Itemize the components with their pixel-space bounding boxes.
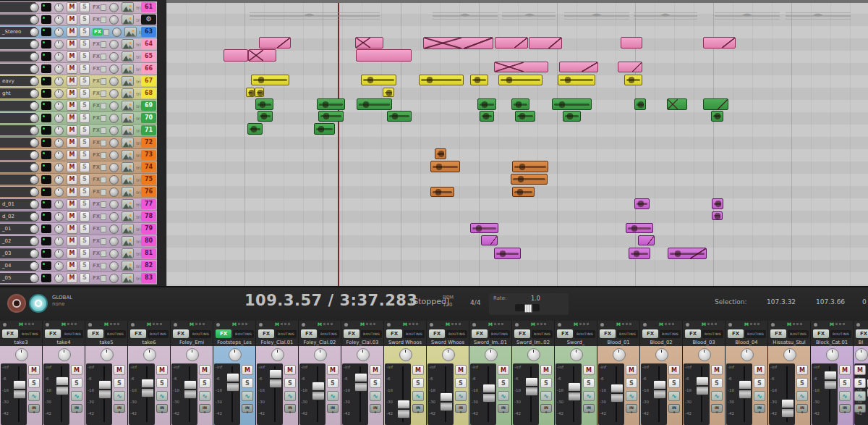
global-automation-label[interactable]: GLOBAL none bbox=[52, 295, 72, 308]
track-row-66[interactable]: MSFXtrim66 bbox=[0, 63, 157, 75]
fx-button[interactable]: FX bbox=[93, 28, 109, 35]
envelope-button[interactable]: ∿ bbox=[284, 391, 296, 401]
media-item[interactable] bbox=[423, 37, 493, 49]
envelope-button[interactable]: ∿ bbox=[668, 391, 680, 401]
fx-button[interactable]: FX bbox=[93, 4, 106, 11]
fx-button[interactable]: FX bbox=[93, 78, 106, 85]
track-row-80[interactable]: _02MSFXtrim80 bbox=[0, 235, 157, 248]
mute-button[interactable]: M bbox=[67, 273, 77, 283]
pan-knob[interactable] bbox=[783, 348, 796, 361]
media-item[interactable] bbox=[419, 75, 464, 85]
track-number-badge[interactable]: 74 bbox=[141, 162, 156, 172]
media-item[interactable] bbox=[387, 111, 412, 122]
track-number-badge[interactable]: 71 bbox=[141, 125, 156, 135]
media-item[interactable] bbox=[248, 49, 276, 62]
solo-button[interactable]: S bbox=[242, 378, 253, 388]
phase-dot-icon[interactable] bbox=[814, 323, 817, 327]
phase-dot-icon[interactable] bbox=[728, 323, 732, 327]
ghost-waveform-item[interactable]: ◄► bbox=[715, 10, 780, 22]
fader-handle[interactable] bbox=[568, 382, 581, 401]
solo-button[interactable]: S bbox=[80, 39, 90, 49]
pan-knob[interactable] bbox=[613, 348, 626, 361]
fader-handle[interactable] bbox=[653, 380, 666, 399]
media-item[interactable] bbox=[355, 37, 383, 49]
phase-dot-icon[interactable] bbox=[302, 323, 305, 327]
phase-button[interactable] bbox=[109, 101, 119, 111]
fx-button[interactable]: FX bbox=[93, 238, 106, 245]
media-item[interactable] bbox=[621, 37, 642, 49]
automation-override-button[interactable] bbox=[7, 294, 26, 313]
fx-button[interactable]: FX bbox=[600, 329, 616, 338]
envelope-button[interactable]: ∿ bbox=[711, 391, 723, 401]
track-number-badge[interactable]: 75 bbox=[141, 174, 156, 185]
track-row-75[interactable]: MSFXtrim75 bbox=[0, 174, 157, 186]
media-item[interactable] bbox=[618, 62, 642, 72]
solo-button[interactable]: S bbox=[80, 27, 90, 37]
fx-button[interactable]: FX bbox=[93, 66, 106, 72]
phase-dot-icon[interactable] bbox=[216, 323, 220, 327]
routing-button[interactable]: ROUTING bbox=[62, 330, 83, 338]
pan-knob[interactable] bbox=[54, 64, 64, 74]
fx-enable-toggle[interactable] bbox=[101, 103, 106, 109]
envelope-icon[interactable] bbox=[122, 273, 134, 283]
media-item[interactable] bbox=[559, 62, 598, 72]
fader-handle[interactable] bbox=[440, 392, 453, 411]
solo-button[interactable]: S bbox=[80, 273, 90, 283]
pan-knob[interactable] bbox=[54, 28, 64, 37]
fx-enable-toggle[interactable] bbox=[101, 66, 106, 72]
solo-button[interactable]: S bbox=[80, 174, 90, 185]
fx-button[interactable]: FX bbox=[93, 275, 106, 282]
envelope-icon[interactable] bbox=[122, 51, 134, 62]
mute-button[interactable]: M bbox=[754, 365, 765, 375]
pan-knob[interactable] bbox=[54, 274, 64, 283]
phase-button[interactable] bbox=[109, 224, 119, 234]
solo-button[interactable]: S bbox=[498, 378, 509, 388]
envelope-icon[interactable] bbox=[122, 39, 134, 49]
volume-knob[interactable] bbox=[30, 77, 39, 86]
strip-name[interactable]: Sword Whoos bbox=[427, 339, 469, 346]
phase-dot-icon[interactable] bbox=[344, 323, 348, 327]
solo-button[interactable]: S bbox=[80, 187, 90, 197]
pan-knob[interactable] bbox=[54, 89, 64, 98]
volume-knob[interactable] bbox=[30, 249, 39, 258]
track-number-badge[interactable]: 63 bbox=[141, 27, 156, 37]
envelope-button[interactable]: ∿ bbox=[370, 391, 381, 401]
fx-button[interactable]: FX bbox=[93, 91, 106, 97]
mute-button[interactable]: M bbox=[67, 14, 77, 25]
track-number-badge[interactable]: 73 bbox=[141, 150, 156, 160]
mute-button[interactable]: M bbox=[67, 2, 77, 12]
fx-button[interactable]: FX bbox=[93, 115, 106, 122]
envelope-button[interactable]: ∿ bbox=[498, 391, 509, 401]
routing-button[interactable]: ROUTING bbox=[318, 330, 339, 338]
solo-button[interactable]: S bbox=[796, 378, 808, 388]
solo-button[interactable]: S bbox=[668, 378, 680, 388]
solo-button[interactable]: S bbox=[80, 150, 90, 160]
input-button[interactable]: IN▾ bbox=[156, 404, 168, 413]
routing-button[interactable]: ROUTING bbox=[489, 330, 510, 338]
phase-dot-icon[interactable] bbox=[558, 323, 561, 327]
solo-button[interactable]: S bbox=[80, 125, 90, 135]
fx-enable-toggle[interactable] bbox=[101, 164, 106, 171]
mute-button[interactable]: M bbox=[327, 365, 339, 375]
rate-slider[interactable] bbox=[515, 304, 540, 311]
pan-knob[interactable] bbox=[527, 348, 540, 361]
phase-button[interactable] bbox=[109, 77, 119, 86]
solo-button[interactable]: S bbox=[412, 378, 424, 388]
mute-button[interactable]: M bbox=[67, 261, 77, 271]
track-row-62[interactable]: MSFXtrim⚙ bbox=[0, 14, 157, 26]
track-number-badge[interactable]: 70 bbox=[141, 113, 156, 123]
solo-button[interactable]: S bbox=[80, 211, 90, 222]
pan-knob[interactable] bbox=[54, 175, 64, 185]
fx-button[interactable]: FX bbox=[93, 17, 106, 23]
track-row-81[interactable]: _03MSFXtrim81 bbox=[0, 248, 157, 260]
phase-button[interactable] bbox=[109, 249, 119, 258]
ghost-waveform-item[interactable]: ◄► bbox=[250, 10, 380, 22]
pan-knob[interactable] bbox=[855, 348, 868, 361]
media-item[interactable] bbox=[430, 187, 454, 197]
phase-button[interactable] bbox=[109, 261, 119, 271]
fx-enable-toggle[interactable] bbox=[101, 78, 106, 85]
envelope-icon[interactable] bbox=[122, 261, 134, 271]
phase-dot-icon[interactable] bbox=[387, 323, 391, 327]
media-item[interactable] bbox=[515, 111, 535, 122]
solo-button[interactable]: S bbox=[80, 162, 90, 172]
